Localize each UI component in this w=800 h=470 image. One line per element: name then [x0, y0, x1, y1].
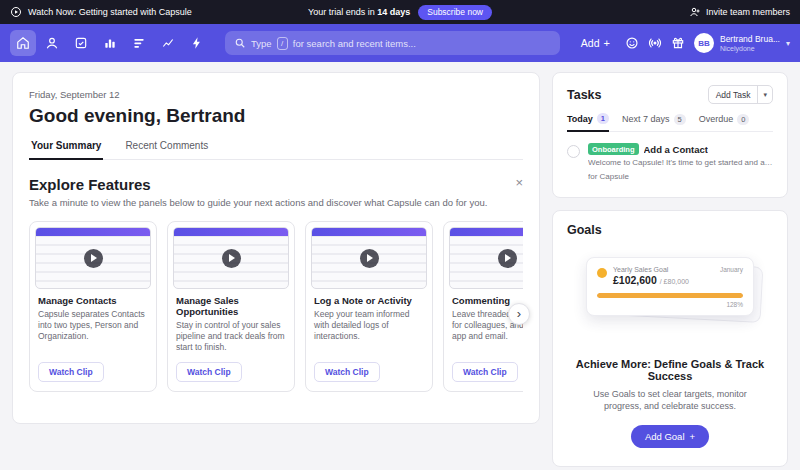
tasks-title: Tasks [567, 88, 602, 102]
tasks-tab-count: 0 [737, 114, 749, 125]
nav-analytics-button[interactable] [155, 30, 181, 56]
status-badge: Onboarding [588, 143, 639, 155]
smiley-icon [625, 36, 639, 50]
checkbox-icon [74, 36, 88, 50]
home-icon [16, 36, 30, 50]
add-button-label: Add [581, 37, 600, 49]
task-checkbox[interactable] [567, 145, 580, 158]
feature-title: Manage Contacts [30, 292, 156, 306]
add-button[interactable]: Add + [575, 33, 616, 53]
task-body: Onboarding Add a Contact Welcome to Caps… [588, 143, 773, 183]
explore-subtitle: Take a minute to view the panels below t… [29, 197, 487, 208]
video-thumbnail[interactable] [35, 227, 151, 289]
user-menu[interactable]: BB Bertrand Brua... Nicelydone ▾ [694, 33, 790, 53]
thumbnail-app-bar [450, 228, 523, 236]
carousel-next-button[interactable]: › [508, 303, 530, 325]
thumbnail-app-bar [36, 228, 150, 236]
tab-recent-comments[interactable]: Recent Comments [123, 140, 210, 159]
tasks-tabs: Today 1 Next 7 days 5 Overdue 0 [567, 113, 773, 132]
feature-card: Manage Contacts Capsule separates Contac… [29, 221, 157, 392]
feature-title: Commenting [444, 292, 523, 306]
plus-icon: + [604, 37, 610, 49]
feature-description: Stay in control of your sales pipeline a… [168, 317, 294, 354]
thumbnail-app-bar [174, 228, 288, 236]
watch-clip-button[interactable]: Watch Clip [176, 362, 242, 382]
task-description-line2: for Capsule [588, 172, 773, 183]
watch-clip-button[interactable]: Watch Clip [38, 362, 104, 382]
goals-illustration: Yearly Sales Goal £102,600 / £80,000 Jan… [567, 249, 773, 345]
trial-banner: Your trial ends in 14 days Subscribe now [308, 5, 492, 20]
tasks-tab-overdue[interactable]: Overdue 0 [699, 113, 750, 131]
goal-mini-card: Yearly Sales Goal £102,600 / £80,000 Jan… [586, 257, 754, 316]
subscribe-button[interactable]: Subscribe now [418, 5, 492, 20]
chevron-down-icon[interactable]: ▾ [757, 86, 772, 103]
explore-header: Explore Features Take a minute to view t… [29, 176, 523, 208]
video-thumbnail[interactable] [449, 227, 523, 289]
feature-title: Manage Sales Opportunities [168, 292, 294, 317]
goal-progress-bar [597, 293, 743, 298]
trial-prefix: Your trial ends in [308, 7, 375, 17]
tasks-tab-label: Overdue [699, 114, 734, 124]
rewards-button[interactable] [671, 36, 685, 50]
trial-text: Your trial ends in 14 days [308, 7, 410, 17]
watch-clip-button[interactable]: Watch Clip [452, 362, 518, 382]
tasks-tab-next7days[interactable]: Next 7 days 5 [622, 113, 686, 131]
tasks-panel: Tasks Add Task ▾ Today 1 Next 7 days 5 O… [552, 72, 788, 198]
chevron-down-icon: ▾ [786, 39, 790, 48]
invite-team-link[interactable]: Invite team members [492, 6, 790, 18]
goal-progress-fill [597, 293, 743, 298]
tasks-tab-today[interactable]: Today 1 [567, 113, 609, 132]
tasks-tab-label: Today [567, 114, 593, 124]
nav-home-button[interactable] [10, 30, 36, 56]
search-placeholder-hint: for search and recent items... [293, 38, 416, 49]
goals-panel: Goals Yearly Sales Goal £102,600 / £80,0… [552, 210, 788, 468]
add-goal-label: Add Goal [645, 431, 685, 442]
add-task-label: Add Task [709, 86, 758, 103]
bolt-icon [190, 36, 204, 50]
video-thumbnail[interactable] [311, 227, 427, 289]
main-navbar: Type / for search and recent items... Ad… [0, 24, 800, 62]
navbar-right-cluster: Add + BB Bertrand Brua... Nicelydone ▾ [575, 33, 790, 53]
watch-clip-button[interactable]: Watch Clip [314, 362, 380, 382]
tasks-tab-count: 1 [597, 113, 609, 124]
feature-card: Manage Sales Opportunities Stay in contr… [167, 221, 295, 392]
date-label: Friday, September 12 [29, 89, 523, 100]
close-icon[interactable]: × [515, 176, 523, 189]
content-area: Friday, September 12 Good evening, Bertr… [0, 62, 800, 470]
nav-people-button[interactable] [39, 30, 65, 56]
search-input[interactable]: Type / for search and recent items... [225, 31, 560, 55]
summary-tabs: Your Summary Recent Comments [29, 140, 523, 160]
explore-title: Explore Features [29, 176, 487, 193]
play-overlay-icon [498, 249, 517, 268]
task-item[interactable]: Onboarding Add a Contact Welcome to Caps… [567, 132, 773, 183]
tasks-tab-count: 5 [674, 114, 686, 125]
feature-description: Keep your team informed with detailed lo… [306, 306, 432, 354]
feature-description: Capsule separates Contacts into two type… [30, 306, 156, 354]
play-icon [10, 6, 22, 18]
add-task-button[interactable]: Add Task ▾ [708, 85, 773, 104]
bar-chart-icon [103, 36, 117, 50]
plus-icon: + [690, 431, 696, 442]
summary-panel: Friday, September 12 Good evening, Bertr… [12, 72, 540, 424]
whats-new-button[interactable] [648, 36, 662, 50]
watch-now-link[interactable]: Watch Now: Getting started with Capsule [10, 6, 308, 18]
right-column: Tasks Add Task ▾ Today 1 Next 7 days 5 O… [552, 72, 788, 467]
goals-title: Goals [567, 223, 773, 237]
play-overlay-icon [84, 249, 103, 268]
line-chart-icon [161, 36, 175, 50]
add-goal-button[interactable]: Add Goal + [631, 425, 709, 448]
tasks-tab-label: Next 7 days [622, 114, 670, 124]
nav-projects-button[interactable] [126, 30, 152, 56]
avatar: BB [694, 33, 714, 53]
search-icon [234, 37, 246, 49]
user-org: Nicelydone [720, 45, 780, 52]
play-overlay-icon [222, 249, 241, 268]
support-button[interactable] [625, 36, 639, 50]
goals-heading: Achieve More: Define Goals & Track Succe… [567, 358, 773, 382]
nav-sales-button[interactable] [97, 30, 123, 56]
play-overlay-icon [360, 249, 379, 268]
tab-your-summary[interactable]: Your Summary [29, 140, 103, 160]
nav-tasks-button[interactable] [68, 30, 94, 56]
nav-workflows-button[interactable] [184, 30, 210, 56]
video-thumbnail[interactable] [173, 227, 289, 289]
